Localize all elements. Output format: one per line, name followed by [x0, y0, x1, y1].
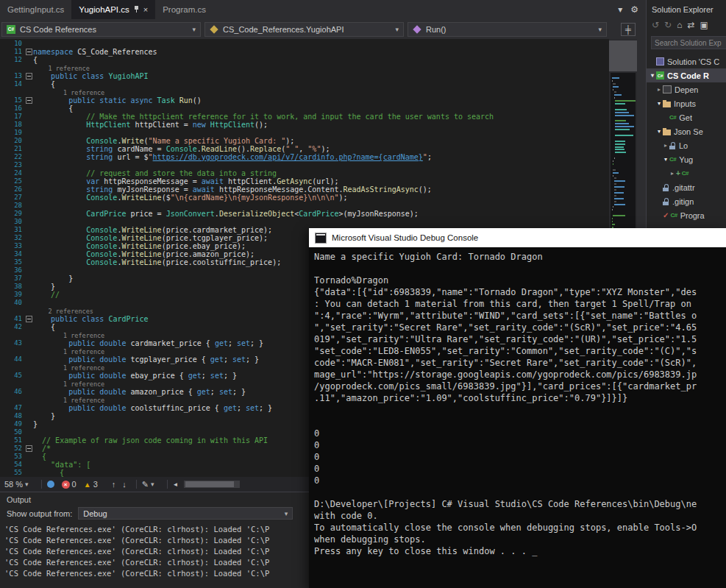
tree-item[interactable]: ✓C#Progra — [647, 208, 726, 222]
code-line[interactable]: 29 CardPrice price = JsonConvert.Deseria… — [0, 210, 609, 218]
line-number[interactable]: 19 — [0, 129, 25, 137]
sync-icon[interactable]: ⇄ — [687, 20, 694, 30]
line-number[interactable]: 16 — [0, 105, 25, 113]
solution-explorer-search-input[interactable] — [651, 36, 726, 49]
line-number[interactable]: 32 — [0, 234, 25, 242]
line-number[interactable]: 30 — [0, 218, 25, 226]
line-number[interactable]: 18 — [0, 121, 25, 129]
line-number[interactable]: 43 — [0, 339, 25, 347]
error-indicator[interactable]: × 0 — [62, 480, 76, 489]
code-line[interactable]: 21 string cardName = Console.ReadLine().… — [0, 145, 609, 153]
codelens-label[interactable]: 1 reference — [33, 348, 104, 355]
forward-icon[interactable]: ↻ — [664, 20, 672, 30]
line-number[interactable]: 40 — [0, 299, 25, 307]
line-number[interactable]: 11 — [0, 48, 25, 56]
fold-marker-icon[interactable] — [25, 48, 33, 56]
line-number[interactable]: 55 — [0, 469, 25, 477]
line-number[interactable]: 31 — [0, 226, 25, 234]
line-number[interactable]: 47 — [0, 404, 25, 412]
line-number[interactable]: 39 — [0, 291, 25, 299]
tree-item[interactable]: .gitign — [647, 194, 726, 208]
line-number[interactable]: 49 — [0, 420, 25, 428]
line-number[interactable]: 38 — [0, 283, 25, 291]
code-line[interactable]: 24 // request and store the data into a … — [0, 169, 609, 177]
tree-item[interactable]: ▾C#Yug — [647, 152, 726, 166]
back-icon[interactable]: ↺ — [652, 20, 659, 30]
output-source-dropdown[interactable]: Debug ▾ — [78, 507, 293, 520]
active-files-chevron-icon[interactable]: ▾ — [618, 4, 622, 15]
code-line[interactable]: 14 { — [0, 80, 609, 88]
code-line[interactable]: 17 // Make the httpclient reference for … — [0, 113, 609, 121]
tree-item[interactable]: ▸Depen — [647, 82, 726, 96]
home-icon[interactable]: ⌂ — [677, 20, 682, 30]
code-cleanup-button[interactable]: ✎ ▾ — [142, 480, 154, 489]
project-dropdown[interactable]: C# CS Code References ▾ — [1, 22, 201, 37]
line-number[interactable]: 35 — [0, 258, 25, 266]
line-number[interactable]: 34 — [0, 250, 25, 258]
line-number[interactable]: 51 — [0, 436, 25, 444]
tree-item[interactable]: ▾Inputs — [647, 96, 726, 110]
fold-marker-icon[interactable] — [25, 96, 33, 105]
horizontal-scrollbar[interactable] — [184, 481, 240, 488]
line-number[interactable]: 22 — [0, 153, 25, 161]
line-number[interactable]: 10 — [0, 40, 25, 48]
code-line[interactable]: 13 public class YugiohAPI — [0, 72, 609, 80]
tree-item[interactable]: Solution 'CS C — [647, 54, 726, 68]
line-number[interactable]: 26 — [0, 185, 25, 194]
line-number[interactable]: 33 — [0, 242, 25, 250]
codelens-row[interactable]: 1 reference — [0, 88, 609, 96]
codelens-label[interactable]: 1 reference — [33, 89, 104, 96]
line-number[interactable]: 36 — [0, 266, 25, 274]
code-line[interactable]: 18 HttpClient httpClient = new HttpClien… — [0, 121, 609, 129]
line-number[interactable]: 14 — [0, 80, 25, 88]
console-title-bar[interactable]: Microsoft Visual Studio Debug Console — [309, 228, 726, 247]
line-number[interactable]: 52 — [0, 444, 25, 453]
code-line[interactable]: 30 — [0, 218, 609, 226]
codelens-label[interactable]: 1 reference — [33, 397, 104, 404]
chevron-expanded-icon[interactable]: ▾ — [655, 128, 663, 135]
code-line[interactable]: 28 — [0, 202, 609, 210]
line-number[interactable]: 20 — [0, 137, 25, 145]
line-number[interactable]: 44 — [0, 355, 25, 364]
code-line[interactable]: 23 — [0, 161, 609, 169]
chevron-collapsed-icon[interactable]: ▸ — [662, 142, 669, 149]
line-number[interactable]: 41 — [0, 315, 25, 323]
fold-marker-icon[interactable] — [25, 72, 33, 80]
code-line[interactable]: 12{ — [0, 56, 609, 64]
chevron-expanded-icon[interactable]: ▾ — [649, 72, 656, 79]
line-number[interactable]: 29 — [0, 210, 25, 218]
line-number[interactable]: 53 — [0, 453, 25, 461]
codelens-label[interactable]: 1 reference — [33, 364, 104, 372]
code-line[interactable]: 22 string url = $"https://db.ygoprodeck.… — [0, 153, 609, 161]
fold-marker-icon[interactable] — [25, 315, 33, 323]
codelens-label[interactable]: 1 reference — [33, 332, 104, 339]
line-number[interactable]: 48 — [0, 412, 25, 420]
tree-item[interactable]: ▸Lo — [647, 138, 726, 152]
code-line[interactable]: 15 public static async Task Run() — [0, 96, 609, 105]
code-line[interactable]: 27 Console.WriteLine($"\n{cardName}\n{my… — [0, 194, 609, 202]
line-number[interactable]: 24 — [0, 169, 25, 177]
line-number[interactable]: 42 — [0, 323, 25, 331]
codelens-label[interactable]: 1 reference — [33, 380, 104, 388]
line-number[interactable]: 25 — [0, 177, 25, 185]
tree-item[interactable]: C#Get — [647, 110, 726, 124]
health-indicator-icon[interactable] — [47, 481, 54, 488]
tree-item[interactable]: .gitattr — [647, 180, 726, 194]
code-line[interactable]: 11namespace CS_Code_References — [0, 48, 609, 56]
code-line[interactable]: 10 — [0, 40, 609, 48]
tab-program-cs[interactable]: Program.cs — [155, 0, 213, 19]
code-line[interactable]: 16 { — [0, 105, 609, 113]
show-all-files-icon[interactable]: ▣ — [700, 20, 708, 30]
previous-issue-icon[interactable]: ↑ — [112, 480, 116, 489]
chevron-expanded-icon[interactable]: ▾ — [655, 100, 663, 107]
line-number[interactable]: 45 — [0, 372, 25, 380]
gear-icon[interactable]: ⚙ — [630, 4, 638, 15]
split-editor-button[interactable]: ╪ — [621, 23, 636, 36]
type-dropdown[interactable]: CS_Code_References.YugiohAPI ▾ — [204, 22, 404, 37]
code-line[interactable]: 25 var httpResponseMessage = await httpC… — [0, 177, 609, 185]
code-line[interactable]: 26 string myJsonResponse = await httpRes… — [0, 185, 609, 194]
minimap-slider[interactable] — [609, 40, 637, 71]
codelens-label[interactable]: 1 reference — [33, 65, 90, 72]
line-number[interactable]: 28 — [0, 202, 25, 210]
line-number[interactable]: 13 — [0, 72, 25, 80]
